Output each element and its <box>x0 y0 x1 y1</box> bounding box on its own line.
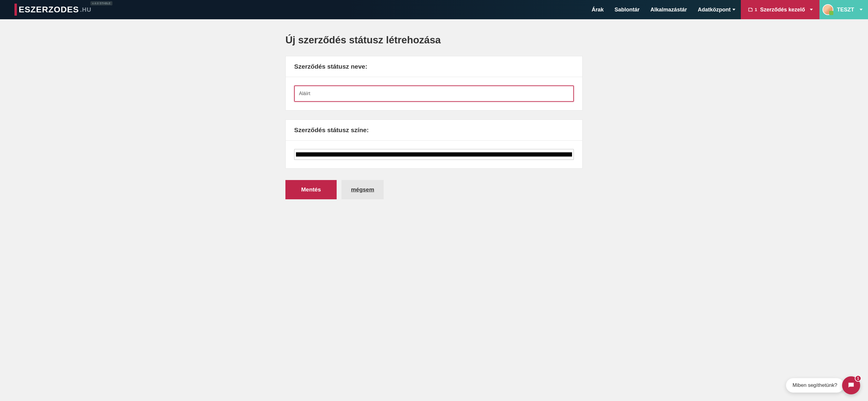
document-icon <box>747 7 753 12</box>
nav-datacenter[interactable]: Adatközpont <box>692 0 741 19</box>
chevron-down-icon <box>733 9 735 10</box>
logo-accent-bar <box>14 4 17 15</box>
app-header: ESZERZODES .HU v.4.0 STABLE Árak Sablont… <box>0 0 868 19</box>
panel-status-color-header: Szerződés státusz színe: <box>286 120 582 141</box>
save-button[interactable]: Mentés <box>285 180 337 199</box>
chevron-down-icon <box>810 9 813 10</box>
main-nav: Árak Sablontár Alkalmazástár Adatközpont… <box>586 0 868 19</box>
panel-status-name: Szerződés státusz neve: <box>285 56 583 110</box>
nav-prices[interactable]: Árak <box>586 0 609 19</box>
nav-templates-label: Sablontár <box>615 7 640 13</box>
nav-apps-label: Alkalmazástár <box>650 7 687 13</box>
nav-user[interactable]: TESZT <box>819 0 868 19</box>
panel-status-name-header: Szerződés státusz neve: <box>286 56 582 77</box>
nav-user-label: TESZT <box>837 7 854 13</box>
contract-manager-badge: 1 <box>755 7 757 12</box>
nav-apps[interactable]: Alkalmazástár <box>645 0 692 19</box>
status-name-input[interactable] <box>294 86 574 102</box>
avatar <box>823 4 833 15</box>
logo-suffix: .HU <box>80 7 91 13</box>
panel-status-color-body <box>286 141 582 168</box>
nav-contract-manager[interactable]: 1 Szerződés kezelő <box>741 0 819 19</box>
logo[interactable]: ESZERZODES .HU v.4.0 STABLE <box>14 4 91 15</box>
status-color-input[interactable] <box>294 149 574 160</box>
contract-manager-icon-group: 1 <box>747 7 757 12</box>
page-title: Új szerződés státusz létrehozása <box>285 34 583 46</box>
cancel-button[interactable]: mégsem <box>341 180 384 199</box>
nav-contract-manager-label: Szerződés kezelő <box>760 7 805 13</box>
color-swatch <box>296 152 572 157</box>
logo-text: ESZERZODES <box>19 5 79 14</box>
panel-status-name-body <box>286 77 582 110</box>
form-actions: Mentés mégsem <box>285 180 583 199</box>
main-content: Új szerződés státusz létrehozása Szerződ… <box>285 19 583 208</box>
nav-datacenter-label: Adatközpont <box>698 7 731 13</box>
version-badge: v.4.0 STABLE <box>90 1 113 5</box>
nav-templates[interactable]: Sablontár <box>609 0 645 19</box>
nav-prices-label: Árak <box>592 7 604 13</box>
panel-status-color: Szerződés státusz színe: <box>285 120 583 169</box>
chevron-down-icon <box>860 9 863 10</box>
